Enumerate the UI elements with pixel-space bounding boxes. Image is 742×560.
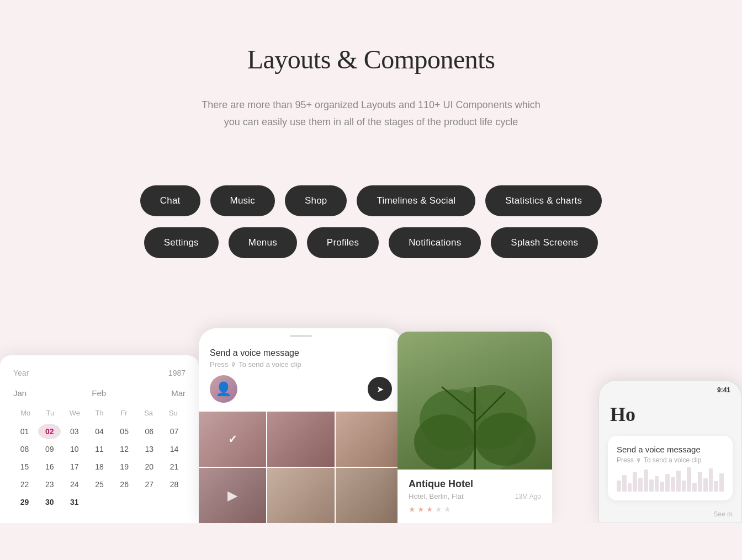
cal-day-01[interactable]: 01 [13,424,36,439]
cal-day-21[interactable]: 21 [163,459,186,474]
calendar-header: Year 1987 [13,369,186,377]
cal-day-31[interactable]: 31 [63,494,86,510]
tag-notifications[interactable]: Notifications [389,227,481,258]
wave-bar-12 [676,471,681,492]
hero-section: Layouts & Components There are more than… [0,0,742,163]
svg-point-4 [475,413,536,466]
description-line1: There are more than 95+ organized Layout… [202,99,540,110]
monstera-svg [398,332,552,470]
chat-image-5[interactable] [267,468,335,523]
cal-day-02[interactable]: 02 [38,424,61,439]
cal-day-05[interactable]: 05 [113,424,136,439]
star-5: ★ [444,505,451,514]
cal-day-03[interactable]: 03 [63,424,86,439]
cal-day-11[interactable]: 11 [88,441,110,457]
weekday-su: Su [161,407,186,419]
cal-day-24[interactable]: 24 [63,477,86,492]
hotel-time: 13M Ago [515,493,541,500]
chat-voice-title: Send a voice message [210,348,392,358]
star-1: ★ [409,505,416,514]
avatar: 👤 [210,375,237,403]
cal-day-08[interactable]: 08 [13,441,36,457]
cal-day-30[interactable]: 30 [38,494,61,510]
cal-day-27[interactable]: 27 [138,477,161,492]
wave-bar-6 [644,470,648,492]
cal-day-26[interactable]: 26 [113,477,136,492]
chat-preview: Send a voice message Press 🎙 To send a v… [199,328,403,523]
cal-day-10[interactable]: 10 [63,441,86,457]
calendar-preview: Year 1987 Jan Feb Mar Mo Tu We Th Fr Sa … [0,355,199,523]
chat-voice-controls: 👤 ➤ [210,375,392,403]
weekday-we: We [62,407,87,419]
wave-bar-14 [687,467,691,492]
weekday-sa: Sa [136,407,161,419]
star-4: ★ [435,505,442,514]
send-button[interactable]: ➤ [368,377,392,401]
tag-statistics[interactable]: Statistics & charts [485,185,602,216]
cal-day-04[interactable]: 04 [88,424,110,439]
cal-day-09[interactable]: 09 [38,441,61,457]
cal-day-17[interactable]: 17 [63,459,86,474]
cal-day-16[interactable]: 16 [38,459,61,474]
tag-profiles[interactable]: Profiles [307,227,379,258]
hotel-location-row: Hotel, Berlin, Flat 13M Ago [409,492,541,500]
chat-image-3[interactable] [336,412,403,467]
calendar-months: Jan Feb Mar [13,388,186,398]
wave-bar-5 [638,478,643,492]
tags-row-2: Settings Menus Profiles Notifications Sp… [144,227,598,258]
chat-image-2[interactable] [267,412,335,467]
status-time: 9:41 [717,386,730,394]
cal-day-29[interactable]: 29 [13,494,36,510]
star-3: ★ [426,505,433,514]
cal-day-18[interactable]: 18 [88,459,110,474]
wave-bar-15 [692,483,697,492]
weekday-tu: Tu [38,407,63,419]
wave-bar-16 [698,472,702,492]
wave-bar-9 [660,482,664,492]
cal-day-19[interactable]: 19 [113,459,136,474]
tag-timelines[interactable]: Timelines & Social [357,185,475,216]
calendar-month-feb: Feb [92,388,106,398]
cal-day-06[interactable]: 06 [138,424,161,439]
wave-bar-1 [617,481,621,492]
waveform [617,464,724,492]
wave-bar-20 [719,473,724,492]
chat-image-6[interactable] [336,468,403,523]
wave-bar-19 [714,481,718,492]
wave-bar-10 [665,474,670,492]
cal-day-14[interactable]: 14 [163,441,186,457]
calendar-weekdays: Mo Tu We Th Fr Sa Su [13,407,186,419]
tag-menus[interactable]: Menus [229,227,297,258]
tags-row-1: Chat Music Shop Timelines & Social Stati… [140,185,602,216]
hotel-info: Antique Hotel Hotel, Berlin, Flat 13M Ag… [398,470,552,523]
cal-day-15[interactable]: 15 [13,459,36,474]
wave-bar-18 [709,468,713,492]
hotel-preview: Antique Hotel Hotel, Berlin, Flat 13M Ag… [398,332,552,523]
wave-bar-7 [649,479,654,492]
wave-bar-11 [671,477,675,492]
cal-day-25[interactable]: 25 [88,477,110,492]
chat-image-1[interactable] [199,412,266,467]
calendar-grid: 01 02 03 04 05 06 07 08 09 10 11 12 13 1… [13,424,186,510]
home-title-text: Ho [610,403,635,425]
tag-settings[interactable]: Settings [144,227,219,258]
tag-shop[interactable]: Shop [285,185,347,216]
tag-splash[interactable]: Splash Screens [491,227,598,258]
see-more[interactable]: See m [599,506,741,522]
cal-day-28[interactable]: 28 [163,477,186,492]
cal-day-22[interactable]: 22 [13,477,36,492]
chat-image-4[interactable]: ▶ [199,468,266,523]
cal-day-13[interactable]: 13 [138,441,161,457]
cal-day-12[interactable]: 12 [113,441,136,457]
tag-chat[interactable]: Chat [140,185,200,216]
cal-day-20[interactable]: 20 [138,459,161,474]
phone-card: Send a voice message Press 🎙 To send a v… [608,436,733,500]
wave-bar-4 [633,472,637,492]
wave-bar-2 [622,475,627,492]
hotel-image [398,332,552,470]
cal-day-07[interactable]: 07 [163,424,186,439]
press-label: Press [210,360,228,369]
wave-bar-17 [703,478,708,492]
cal-day-23[interactable]: 23 [38,477,61,492]
tag-music[interactable]: Music [210,185,275,216]
